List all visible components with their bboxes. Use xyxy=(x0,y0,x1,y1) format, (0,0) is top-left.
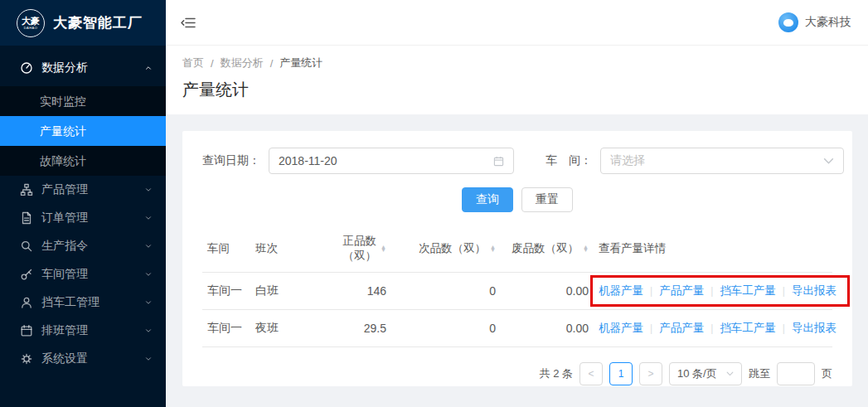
calendar-icon xyxy=(493,156,504,167)
breadcrumb-home[interactable]: 首页 xyxy=(182,56,204,70)
chevron-down-icon xyxy=(144,270,153,279)
operator-output-link[interactable]: 挡车工产量 xyxy=(720,321,776,336)
filter-row: 查询日期： 2018-11-20 车 间： 请选择 xyxy=(202,148,832,174)
sidebar-item-production-stats[interactable]: 产量统计 xyxy=(0,116,166,146)
sidebar-item-operator-mgmt[interactable]: 挡车工管理 xyxy=(0,288,166,317)
col-defective-count[interactable]: 次品数（双） ▲▼ xyxy=(391,241,501,256)
page-header: 首页 / 数据分析 / 产量统计 产量统计 xyxy=(166,46,868,114)
table-row: 车间一 白班 146 0 0.00 机器产量 | 产品产量 | 挡车工产量 xyxy=(202,273,832,310)
sidebar-item-order-mgmt[interactable]: 订单管理 xyxy=(0,204,166,232)
sidebar-item-data-analysis[interactable]: 数据分析 xyxy=(0,50,166,86)
button-row: 查询 重置 xyxy=(202,187,832,212)
export-report-link[interactable]: 导出报表 xyxy=(792,283,836,298)
chevron-down-icon xyxy=(144,355,153,363)
date-input[interactable]: 2018-11-20 xyxy=(269,148,514,174)
date-value: 2018-11-20 xyxy=(279,154,337,167)
main-area: 大豪科技 首页 / 数据分析 / 产量统计 产量统计 查询日期： 2018-11… xyxy=(166,0,868,407)
menu-label: 数据分析 xyxy=(41,61,88,75)
user-menu[interactable]: 大豪科技 xyxy=(778,12,851,32)
sort-icon[interactable]: ▲▼ xyxy=(490,245,496,253)
breadcrumb-separator: / xyxy=(211,57,214,70)
breadcrumb-data-analysis[interactable]: 数据分析 xyxy=(221,56,264,70)
user-icon xyxy=(20,296,33,309)
cell-scrap: 0.00 xyxy=(501,322,594,335)
menu-label: 生产指令 xyxy=(41,239,88,254)
sidebar-item-schedule-mgmt[interactable]: 排班管理 xyxy=(0,317,166,345)
workshop-select[interactable]: 请选择 xyxy=(600,148,844,174)
cell-defective: 0 xyxy=(391,284,501,298)
company-avatar-icon xyxy=(778,12,798,32)
chevron-down-icon xyxy=(144,242,153,250)
chevron-down-icon xyxy=(823,156,834,167)
col-scrap-count[interactable]: 废品数（双） ▲▼ xyxy=(501,241,594,256)
page-size-select[interactable]: 10 条/页 xyxy=(669,362,742,385)
date-form-item: 查询日期： 2018-11-20 xyxy=(202,148,514,174)
reset-button[interactable]: 重置 xyxy=(521,187,573,212)
sidebar-item-product-mgmt[interactable]: 产品管理 xyxy=(0,176,166,204)
cell-scrap: 0.00 xyxy=(501,284,594,298)
logo-text: 大豪 xyxy=(22,17,40,26)
search-button[interactable]: 查询 xyxy=(462,187,513,212)
content-area: 查询日期： 2018-11-20 车 间： 请选择 xyxy=(166,114,868,386)
cell-good: 146 xyxy=(308,284,391,298)
prev-page-button[interactable]: < xyxy=(579,362,603,385)
chevron-down-icon xyxy=(144,186,153,194)
key-icon xyxy=(20,268,33,281)
chevron-up-icon xyxy=(144,64,153,72)
dashboard-icon xyxy=(20,61,33,75)
col-detail: 查看产量详情 xyxy=(594,241,832,256)
menu-label: 系统设置 xyxy=(41,351,88,366)
search-icon xyxy=(20,240,33,253)
workshop-placeholder: 请选择 xyxy=(610,153,645,168)
operator-output-link[interactable]: 挡车工产量 xyxy=(720,283,776,298)
menu-fold-icon[interactable] xyxy=(181,17,196,29)
col-shift: 班次 xyxy=(250,241,308,256)
production-table: 车间 班次 正品数（双） ▲▼ 次品数（双） ▲▼ 废品数（双） ▲▼ 查看产量… xyxy=(202,225,832,347)
menu-label: 订单管理 xyxy=(41,211,88,225)
jump-suffix: 页 xyxy=(822,366,832,381)
sort-icon[interactable]: ▲▼ xyxy=(381,245,386,253)
col-good-count[interactable]: 正品数（双） ▲▼ xyxy=(308,234,391,264)
topbar: 大豪科技 xyxy=(166,0,868,46)
calendar-icon xyxy=(20,324,33,337)
submenu-data-analysis: 实时监控 产量统计 故障统计 xyxy=(0,86,166,176)
table-header-row: 车间 班次 正品数（双） ▲▼ 次品数（双） ▲▼ 废品数（双） ▲▼ 查看产量… xyxy=(202,225,832,273)
pagination: 共 2 条 < 1 > 10 条/页 跳至 页 xyxy=(202,362,832,385)
menu-label: 挡车工管理 xyxy=(41,295,99,310)
apartment-icon xyxy=(20,183,33,196)
file-icon xyxy=(20,211,33,225)
user-name: 大豪科技 xyxy=(805,15,851,30)
workshop-label: 车 间： xyxy=(546,153,592,168)
sidebar-menu: 数据分析 实时监控 产量统计 故障统计 产品管理 订单管理 xyxy=(0,46,166,373)
cell-good: 29.5 xyxy=(308,322,391,335)
jump-page-input[interactable] xyxy=(777,362,815,385)
app-logo[interactable]: 大豪 DAHAO 大豪智能工厂 xyxy=(0,0,166,46)
menu-label: 产品管理 xyxy=(41,182,88,197)
sidebar: 大豪 DAHAO 大豪智能工厂 数据分析 实时监控 产量统计 故障统计 产品管理 xyxy=(0,0,166,407)
sidebar-item-production-order[interactable]: 生产指令 xyxy=(0,232,166,260)
sidebar-item-realtime-monitor[interactable]: 实时监控 xyxy=(0,86,166,116)
sidebar-item-system-settings[interactable]: 系统设置 xyxy=(0,345,166,373)
chevron-down-icon xyxy=(144,214,153,222)
page-1-button[interactable]: 1 xyxy=(609,362,633,385)
workshop-form-item: 车 间： 请选择 xyxy=(546,148,844,174)
sidebar-item-fault-stats[interactable]: 故障统计 xyxy=(0,146,166,176)
cell-workshop: 车间一 xyxy=(202,283,250,298)
machine-output-link[interactable]: 机器产量 xyxy=(599,283,643,298)
export-report-link[interactable]: 导出报表 xyxy=(792,321,836,336)
table-row: 车间一 夜班 29.5 0 0.00 机器产量 | 产品产量 | 挡车工产量 | xyxy=(202,310,832,347)
product-output-link[interactable]: 产品产量 xyxy=(659,321,704,336)
menu-label: 排班管理 xyxy=(41,323,88,338)
chevron-down-icon xyxy=(726,371,734,376)
production-stats-card: 查询日期： 2018-11-20 车 间： 请选择 xyxy=(182,131,852,386)
breadcrumb: 首页 / 数据分析 / 产量统计 xyxy=(182,56,851,70)
chevron-down-icon xyxy=(144,298,153,307)
machine-output-link[interactable]: 机器产量 xyxy=(599,321,643,336)
next-page-button[interactable]: > xyxy=(639,362,662,385)
sort-icon[interactable]: ▲▼ xyxy=(583,245,589,253)
page-title: 产量统计 xyxy=(182,79,851,101)
sidebar-item-workshop-mgmt[interactable]: 车间管理 xyxy=(0,260,166,288)
chevron-down-icon xyxy=(144,327,153,335)
product-output-link[interactable]: 产品产量 xyxy=(659,283,704,298)
cell-shift: 白班 xyxy=(250,283,308,298)
